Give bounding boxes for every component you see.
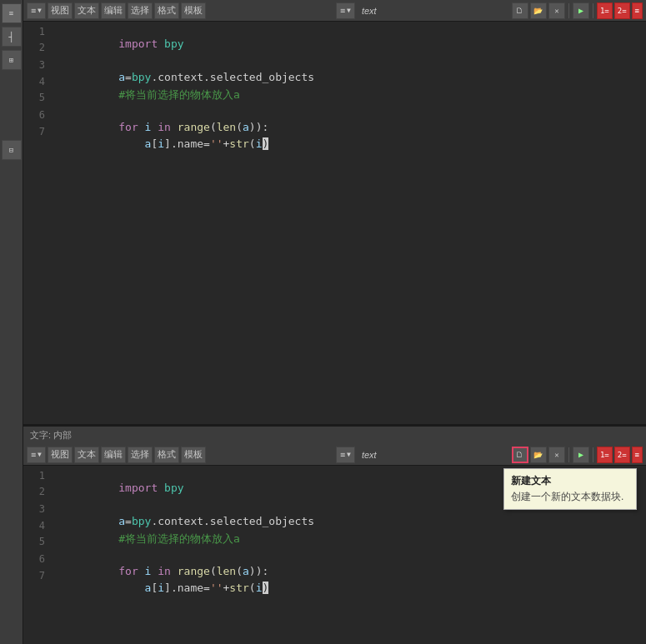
status-text: 文字: 内部 <box>30 429 72 442</box>
code-line-1: 1 import bpy <box>23 25 646 42</box>
bottom-num3-icon: ≡ <box>635 451 639 459</box>
toolbar-sep-1 <box>568 3 569 18</box>
top-menu-select[interactable]: 选择 <box>128 2 153 19</box>
bottom-run-btn[interactable]: ▶ <box>573 447 589 463</box>
bottom-line-num-3: 3 <box>23 503 53 515</box>
top-script-dropdown[interactable]: ≡ ▼ <box>27 2 46 19</box>
bottom-new-text-btn[interactable]: 🗋 <box>512 447 528 463</box>
top-open-btn[interactable]: 📂 <box>530 2 547 19</box>
bottom-panel: ≡ ▼ 视图 文本 编辑 选择 格式 模板 ≡ <box>23 444 646 644</box>
bottom-script-icon: ≡ <box>31 450 36 459</box>
bottom-menu-edit[interactable]: 编辑 <box>101 447 126 463</box>
close-icon: ✕ <box>554 7 558 15</box>
status-bar: 文字: 内部 <box>23 426 646 444</box>
left-sidebar: ≡ ┤ ⊞ ⊟ <box>0 0 23 644</box>
top-new-text-btn[interactable]: 🗋 <box>512 2 528 19</box>
line-num-1: 1 <box>23 26 53 37</box>
bottom-numbered-btn-1[interactable]: 1= <box>597 447 613 463</box>
line-num-2: 2 <box>23 42 53 53</box>
bottom-sep-2 <box>593 447 593 462</box>
view-glyph: ⊟ <box>9 146 13 154</box>
bottom-open-btn[interactable]: 📂 <box>530 447 547 463</box>
bottom-menu-template[interactable]: 模板 <box>181 447 206 463</box>
top-run-btn[interactable]: ▶ <box>573 2 589 19</box>
bottom-run-icon: ▶ <box>578 450 583 459</box>
bottom-code-line-7: 7 a[i].name=''+str(i) <box>23 569 646 586</box>
code-line-7: 7 a[i].name=''+str(i) <box>23 125 646 142</box>
bottom-numbered-btn-3[interactable]: ≡ <box>632 447 643 463</box>
script-glyph: ≡ <box>9 9 13 17</box>
bottom-close-btn[interactable]: ✕ <box>548 447 565 463</box>
top-toolbar: ≡ ▼ 视图 文本 编辑 选择 格式 模板 ≡ <box>23 0 646 22</box>
bottom-new-text-icon: 🗋 <box>516 451 523 459</box>
new-text-tooltip: 新建文本 创建一个新的文本数据块. <box>503 468 637 510</box>
bottom-code-line-6: 6 for i in range(len(a)): <box>23 552 646 569</box>
num2-icon: 2= <box>618 7 627 15</box>
script-dropdown-arrow: ▼ <box>38 7 42 14</box>
num1-icon: 1= <box>600 7 609 15</box>
bottom-script-arrow: ▼ <box>38 451 42 458</box>
sidebar-node-icon[interactable]: ⊞ <box>2 50 22 70</box>
layout-glyph: ┤ <box>8 32 14 42</box>
top-menu-view[interactable]: 视图 <box>48 2 73 19</box>
top-menu-text[interactable]: 文本 <box>74 2 99 19</box>
bottom-line-num-6: 6 <box>23 553 53 565</box>
code-line-4: 4 #将当前选择的物体放入a <box>23 75 646 92</box>
new-text-icon: 🗋 <box>516 7 523 15</box>
top-panel: ≡ ▼ 视图 文本 编辑 选择 格式 模板 ≡ <box>23 0 646 426</box>
line-num-3: 3 <box>23 59 53 71</box>
bottom-menu-view[interactable]: 视图 <box>48 447 73 463</box>
bottom-code-line-4: 4 #将当前选择的物体放入a <box>23 519 646 536</box>
code-line-3: 3 a=bpy.context.selected_objects <box>23 58 646 75</box>
bottom-line-num-1: 1 <box>23 470 53 482</box>
line-num-7: 7 <box>23 126 53 137</box>
open-icon: 📂 <box>533 7 543 15</box>
top-menu-template[interactable]: 模板 <box>181 2 206 19</box>
bottom-menu-text[interactable]: 文本 <box>74 447 99 463</box>
sidebar-script-icon[interactable]: ≡ <box>2 3 22 23</box>
top-code-editor[interactable]: 1 import bpy 2 3 a=bpy.context.selected_… <box>23 22 646 424</box>
bottom-numbered-btn-2[interactable]: 2= <box>614 447 630 463</box>
bottom-line-content-7: a[i].name=''+str(i) <box>53 569 268 607</box>
bottom-file-arrow: ▼ <box>347 451 351 458</box>
main-content: ≡ ▼ 视图 文本 编辑 选择 格式 模板 ≡ <box>23 0 646 644</box>
node-glyph: ⊞ <box>9 56 13 64</box>
run-icon: ▶ <box>578 6 583 15</box>
bottom-script-dropdown[interactable]: ≡ ▼ <box>27 447 46 463</box>
num3-icon: ≡ <box>635 7 639 15</box>
toolbar-sep-2 <box>593 3 593 18</box>
bottom-file-icon: ≡ <box>340 450 345 459</box>
top-numbered-btn-1[interactable]: 1= <box>597 2 613 19</box>
top-close-btn[interactable]: ✕ <box>548 2 565 19</box>
top-menu-format[interactable]: 格式 <box>154 2 179 19</box>
line-num-6: 6 <box>23 109 53 121</box>
line-num-5: 5 <box>23 92 53 103</box>
top-numbered-btn-3[interactable]: ≡ <box>632 2 643 19</box>
bottom-num1-icon: 1= <box>600 451 609 459</box>
top-text-label: text <box>357 6 382 16</box>
bottom-line-content-1: import bpy <box>53 469 184 507</box>
bottom-line-num-5: 5 <box>23 536 53 547</box>
bottom-line-num-4: 4 <box>23 520 53 532</box>
sidebar-layout-icon[interactable]: ┤ <box>2 27 22 47</box>
file-dropdown-arrow: ▼ <box>347 7 351 14</box>
tooltip-description: 创建一个新的文本数据块. <box>511 490 629 504</box>
bottom-text-label: text <box>357 450 382 460</box>
code-line-6: 6 for i in range(len(a)): <box>23 108 646 125</box>
top-numbered-btn-2[interactable]: 2= <box>614 2 630 19</box>
line-num-4: 4 <box>23 76 53 87</box>
bottom-line-num-2: 2 <box>23 486 53 497</box>
line-content-7: a[i].name=''+str(i) <box>53 125 268 162</box>
bottom-menu-format[interactable]: 格式 <box>154 447 179 463</box>
bottom-num2-icon: 2= <box>618 451 627 459</box>
bottom-line-num-7: 7 <box>23 570 53 582</box>
file-dropdown-icon: ≡ <box>340 6 345 15</box>
sidebar-view-icon[interactable]: ⊟ <box>2 140 22 160</box>
line-content-1: import bpy <box>53 25 184 62</box>
bottom-close-icon: ✕ <box>554 451 558 459</box>
bottom-menu-select[interactable]: 选择 <box>128 447 153 463</box>
bottom-file-dropdown[interactable]: ≡ ▼ <box>336 447 355 463</box>
top-file-dropdown[interactable]: ≡ ▼ <box>336 2 355 19</box>
top-menu-edit[interactable]: 编辑 <box>101 2 126 19</box>
bottom-new-text-container: 🗋 新建文本 创建一个新的文本数据块. <box>512 447 528 463</box>
